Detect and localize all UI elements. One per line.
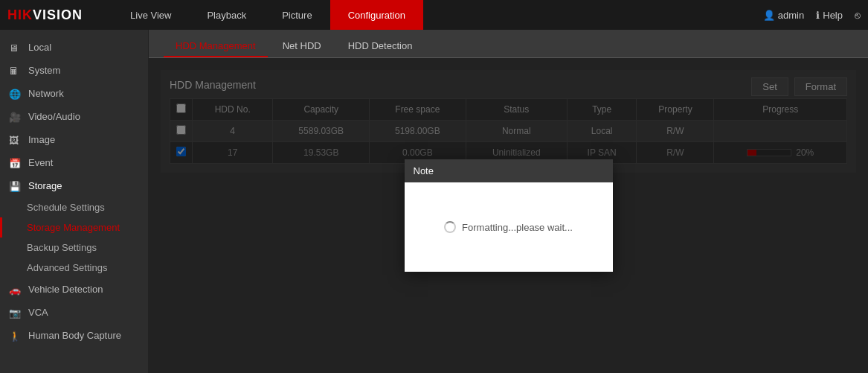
sidebar-item-storage[interactable]: 💾 Storage	[0, 174, 148, 197]
human-icon: 🚶	[9, 331, 22, 341]
storage-icon: 💾	[9, 181, 22, 191]
sidebar-sub-storage-management[interactable]: Storage Management	[0, 217, 148, 237]
sidebar-label-storage: Storage	[28, 180, 62, 191]
nav-playback[interactable]: Playback	[189, 0, 264, 30]
user-icon: 👤	[763, 10, 775, 21]
modal-header: Note	[405, 159, 613, 182]
modal-body: Formatting...please wait...	[405, 182, 613, 272]
nav-picture[interactable]: Picture	[264, 0, 329, 30]
sidebar-item-event[interactable]: 📅 Event	[0, 151, 148, 174]
tab-net-hdd[interactable]: Net HDD	[271, 36, 333, 57]
nav-links: Live View Playback Picture Configuration	[112, 0, 763, 30]
help-icon: ℹ	[816, 10, 820, 21]
note-modal: Note Formatting...please wait...	[405, 159, 613, 272]
sidebar-label-image: Image	[28, 134, 55, 145]
modal-title: Note	[414, 165, 434, 176]
sidebar-sub-advanced-settings[interactable]: Advanced Settings	[0, 258, 148, 278]
tab-hdd-management[interactable]: HDD Management	[164, 36, 268, 57]
sidebar-item-local[interactable]: 🖥 Local	[0, 36, 148, 59]
content-area: HDD Management Net HDD HDD Detection HDD…	[149, 30, 868, 373]
sidebar: 🖥 Local 🖩 System 🌐 Network 🎥 Video/Audio…	[0, 30, 149, 373]
nav-right: 👤 admin ℹ Help ⎋	[763, 10, 861, 21]
sidebar-sub-schedule-settings[interactable]: Schedule Settings	[0, 197, 148, 217]
modal-overlay: Note Formatting...please wait...	[149, 58, 868, 373]
sidebar-item-system[interactable]: 🖩 System	[0, 59, 148, 82]
sidebar-label-vehicle: Vehicle Detection	[28, 284, 103, 295]
network-icon: 🌐	[9, 89, 22, 99]
sidebar-item-vca[interactable]: 📷 VCA	[0, 301, 148, 324]
sidebar-label-event: Event	[28, 157, 53, 168]
tabs-bar: HDD Management Net HDD HDD Detection	[149, 30, 868, 58]
top-navigation: HIKVISION Live View Playback Picture Con…	[0, 0, 868, 30]
sidebar-item-human-body[interactable]: 🚶 Human Body Capture	[0, 324, 148, 347]
vehicle-icon: 🚗	[9, 284, 22, 295]
main-layout: 🖥 Local 🖩 System 🌐 Network 🎥 Video/Audio…	[0, 30, 868, 373]
logout-button[interactable]: ⎋	[855, 10, 861, 21]
nav-configuration[interactable]: Configuration	[330, 0, 423, 30]
admin-label: admin	[778, 10, 804, 21]
sidebar-label-vca: VCA	[28, 307, 48, 318]
sidebar-label-human: Human Body Capture	[28, 330, 121, 341]
monitor-icon: 🖥	[9, 42, 22, 53]
sidebar-label-system: System	[28, 65, 60, 76]
video-icon: 🎥	[9, 112, 22, 122]
modal-message: Formatting...please wait...	[462, 222, 573, 233]
sidebar-item-network[interactable]: 🌐 Network	[0, 82, 148, 105]
sidebar-item-image[interactable]: 🖼 Image	[0, 128, 148, 151]
content-wrapper: HDD Management Set Format HDD No. Capaci…	[149, 58, 868, 373]
brand-logo: HIKVISION	[7, 7, 83, 23]
spinner-icon	[444, 221, 456, 233]
sidebar-label-local: Local	[28, 42, 51, 53]
sidebar-item-vehicle-detection[interactable]: 🚗 Vehicle Detection	[0, 278, 148, 301]
admin-menu[interactable]: 👤 admin	[763, 10, 804, 21]
event-icon: 📅	[9, 158, 22, 168]
image-icon: 🖼	[9, 135, 22, 145]
sidebar-label-video: Video/Audio	[28, 111, 80, 122]
sidebar-sub-backup-settings[interactable]: Backup Settings	[0, 237, 148, 258]
help-button[interactable]: ℹ Help	[816, 10, 843, 21]
tab-hdd-detection[interactable]: HDD Detection	[336, 36, 425, 57]
sidebar-label-network: Network	[28, 88, 64, 99]
logout-icon: ⎋	[855, 10, 861, 21]
vca-icon: 📷	[9, 307, 22, 318]
nav-live-view[interactable]: Live View	[112, 0, 189, 30]
system-icon: 🖩	[9, 66, 22, 76]
help-label: Help	[823, 10, 843, 21]
sidebar-item-video-audio[interactable]: 🎥 Video/Audio	[0, 105, 148, 128]
